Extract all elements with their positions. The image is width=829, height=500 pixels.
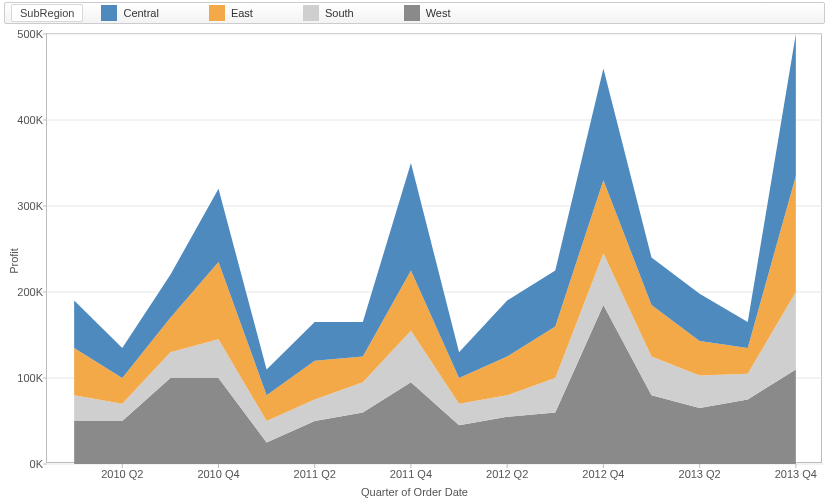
legend-label: South xyxy=(325,7,354,19)
area-chart-svg xyxy=(47,34,823,464)
x-tick-label: 2013 Q4 xyxy=(775,468,817,480)
x-tick-label: 2011 Q4 xyxy=(390,468,432,480)
legend-bar: SubRegion Central East South West xyxy=(4,2,825,24)
legend-items: Central East South West xyxy=(101,5,450,21)
legend-swatch-icon xyxy=(101,5,117,21)
plot-area[interactable]: 0K100K200K300K400K500K 2010 Q22010 Q4201… xyxy=(46,33,822,463)
y-tick-label: 200K xyxy=(7,286,43,298)
x-axis-title: Quarter of Order Date xyxy=(361,486,468,498)
legend-swatch-icon xyxy=(404,5,420,21)
x-tick-label: 2012 Q2 xyxy=(486,468,528,480)
legend-item-central[interactable]: Central xyxy=(101,5,158,21)
y-tick-label: 300K xyxy=(7,200,43,212)
legend-swatch-icon xyxy=(209,5,225,21)
y-tick-label: 100K xyxy=(7,372,43,384)
legend-item-east[interactable]: East xyxy=(209,5,253,21)
x-tick-label: 2010 Q4 xyxy=(197,468,239,480)
y-axis-title: Profit xyxy=(8,248,20,274)
legend-label: Central xyxy=(123,7,158,19)
legend-item-south[interactable]: South xyxy=(303,5,354,21)
legend-item-west[interactable]: West xyxy=(404,5,451,21)
x-tick-label: 2012 Q4 xyxy=(582,468,624,480)
x-tick-label: 2010 Q2 xyxy=(101,468,143,480)
x-tick-label: 2011 Q2 xyxy=(294,468,336,480)
chart-area: Profit Quarter of Order Date 0K100K200K3… xyxy=(0,24,829,498)
legend-label: East xyxy=(231,7,253,19)
legend-swatch-icon xyxy=(303,5,319,21)
y-tick-label: 500K xyxy=(7,28,43,40)
legend-title[interactable]: SubRegion xyxy=(11,4,83,22)
y-tick-label: 400K xyxy=(7,114,43,126)
legend-label: West xyxy=(426,7,451,19)
x-tick-label: 2013 Q2 xyxy=(679,468,721,480)
y-tick-label: 0K xyxy=(7,458,43,470)
